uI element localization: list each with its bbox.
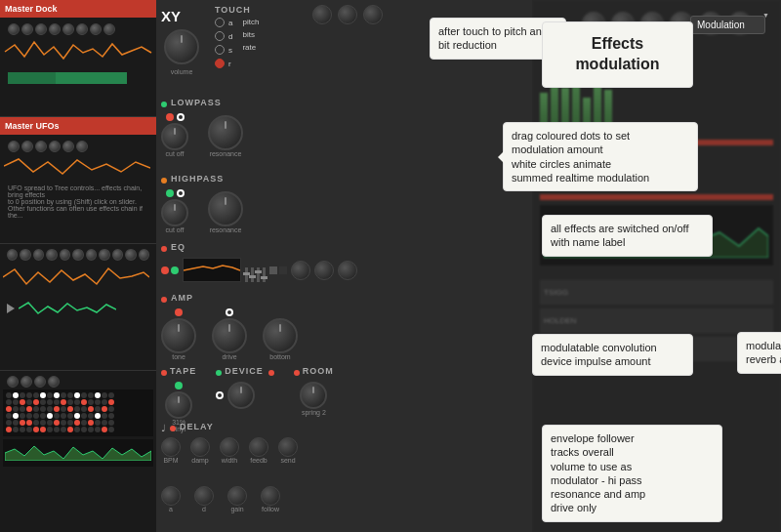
seq-dot[interactable] (20, 427, 25, 432)
bits-knob[interactable] (338, 5, 357, 24)
mini-knob[interactable] (7, 376, 19, 388)
seq-dot[interactable] (26, 420, 32, 426)
seq-dot[interactable] (26, 392, 32, 398)
seq-dot[interactable] (102, 399, 107, 405)
seq-dot[interactable] (95, 392, 101, 398)
highpass-resonance-knob[interactable] (208, 191, 243, 226)
seq-dot[interactable] (67, 420, 73, 426)
seq-dot[interactable] (61, 392, 66, 398)
seq-dot[interactable] (26, 406, 32, 412)
env-d-knob[interactable] (194, 486, 214, 506)
mini-knob[interactable] (60, 249, 70, 261)
mini-knob[interactable] (8, 23, 20, 35)
highpass-cutoff-knob[interactable] (161, 199, 188, 226)
seq-dot[interactable] (13, 420, 19, 426)
seq-dot[interactable] (33, 427, 39, 432)
radio-s[interactable] (215, 45, 225, 55)
seq-dot[interactable] (108, 392, 114, 398)
mini-knob[interactable] (21, 141, 33, 152)
pitch-knob[interactable] (312, 5, 332, 24)
seq-dot[interactable] (67, 392, 73, 398)
seq-dot[interactable] (61, 413, 66, 419)
seq-dot[interactable] (54, 420, 60, 426)
seq-dot[interactable] (95, 413, 101, 419)
seq-dot[interactable] (88, 427, 94, 432)
mini-knob[interactable] (46, 249, 57, 261)
seq-dot[interactable] (88, 392, 94, 398)
seq-dot[interactable] (102, 427, 107, 432)
seq-dot[interactable] (20, 392, 25, 398)
env-a-knob[interactable] (161, 486, 181, 506)
delay-damp-knob[interactable] (190, 437, 210, 457)
seq-dot[interactable] (33, 413, 39, 419)
seq-dot[interactable] (13, 392, 19, 398)
mini-knob[interactable] (76, 23, 88, 35)
seq-dot[interactable] (95, 427, 101, 432)
mini-knob[interactable] (49, 23, 61, 35)
seq-dot[interactable] (26, 399, 32, 405)
seq-dot[interactable] (95, 406, 101, 412)
mini-knob[interactable] (20, 249, 30, 261)
lowpass-cutoff-dot-red[interactable] (166, 113, 174, 121)
touch-option-s[interactable]: s (215, 45, 232, 55)
lowpass-cutoff-knob[interactable] (161, 123, 188, 150)
seq-dot[interactable] (74, 406, 80, 412)
seq-dot[interactable] (13, 406, 19, 412)
seq-dot[interactable] (108, 427, 114, 432)
mini-knob[interactable] (35, 141, 47, 152)
mini-knob[interactable] (112, 249, 123, 261)
seq-dot[interactable] (67, 413, 73, 419)
seq-dot[interactable] (102, 420, 107, 426)
seq-dot[interactable] (74, 413, 80, 419)
eq-led[interactable] (161, 246, 167, 252)
mini-knob[interactable] (62, 23, 74, 35)
seq-dot[interactable] (47, 406, 53, 412)
seq-dot[interactable] (108, 399, 114, 405)
seq-dot[interactable] (33, 420, 39, 426)
seq-dot[interactable] (13, 427, 19, 432)
room-led[interactable] (294, 370, 300, 376)
seq-dot[interactable] (95, 420, 101, 426)
radio-r[interactable] (215, 59, 225, 68)
tape-dot[interactable] (175, 382, 183, 389)
seq-dot[interactable] (54, 413, 60, 419)
amp-bottom-knob[interactable] (263, 318, 298, 353)
seq-dot[interactable] (102, 413, 107, 419)
seq-dot[interactable] (88, 420, 94, 426)
seq-dot[interactable] (102, 392, 107, 398)
amp-drive-knob[interactable] (212, 318, 247, 353)
seq-dot[interactable] (74, 420, 80, 426)
delay-width-knob[interactable] (220, 437, 239, 457)
mini-knob[interactable] (35, 23, 47, 35)
seq-dot[interactable] (26, 413, 32, 419)
delay-led[interactable] (170, 426, 176, 431)
tape-led[interactable] (161, 370, 167, 376)
seq-dot[interactable] (74, 399, 80, 405)
mini-knob[interactable] (48, 376, 60, 388)
mini-knob[interactable] (62, 141, 74, 152)
amp-led[interactable] (161, 297, 167, 303)
seq-dot[interactable] (47, 392, 53, 398)
mini-knob[interactable] (49, 141, 61, 152)
amp-tone-knob[interactable] (161, 318, 196, 353)
rate-knob[interactable] (363, 5, 383, 24)
seq-dot[interactable] (6, 399, 12, 405)
mini-knob[interactable] (33, 249, 44, 261)
eq-dot-2[interactable] (171, 266, 179, 274)
seq-dot[interactable] (40, 420, 46, 426)
seq-dot[interactable] (20, 399, 25, 405)
seq-dot[interactable] (40, 399, 46, 405)
seq-dot[interactable] (6, 413, 12, 419)
seq-dot[interactable] (61, 420, 66, 426)
eq-knob-3[interactable] (338, 261, 357, 280)
env-gain-knob[interactable] (227, 486, 247, 506)
volume-knob[interactable] (164, 29, 199, 64)
lowpass-resonance-knob[interactable] (208, 115, 243, 150)
room-knob[interactable] (300, 382, 327, 409)
seq-dot[interactable] (108, 420, 114, 426)
seq-dot[interactable] (81, 427, 87, 432)
seq-dot[interactable] (95, 399, 101, 405)
seq-dot[interactable] (6, 420, 12, 426)
seq-dot[interactable] (54, 392, 60, 398)
seq-dot[interactable] (33, 392, 39, 398)
